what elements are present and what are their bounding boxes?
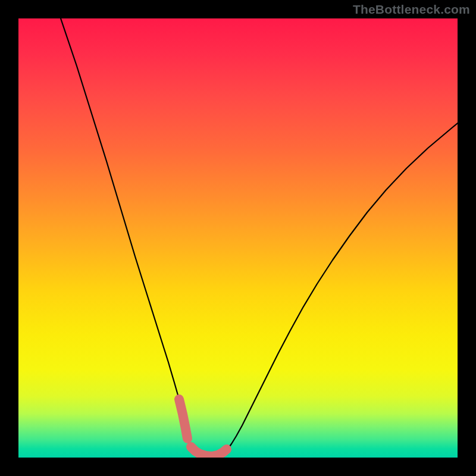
outer-frame: TheBottleneck.com (0, 0, 476, 476)
bottleneck-curve (61, 18, 458, 456)
watermark-text: TheBottleneck.com (353, 2, 470, 17)
curve-svg (18, 18, 458, 458)
left-highlight (179, 399, 187, 439)
valley-highlight (191, 447, 227, 456)
plot-area (18, 18, 458, 458)
